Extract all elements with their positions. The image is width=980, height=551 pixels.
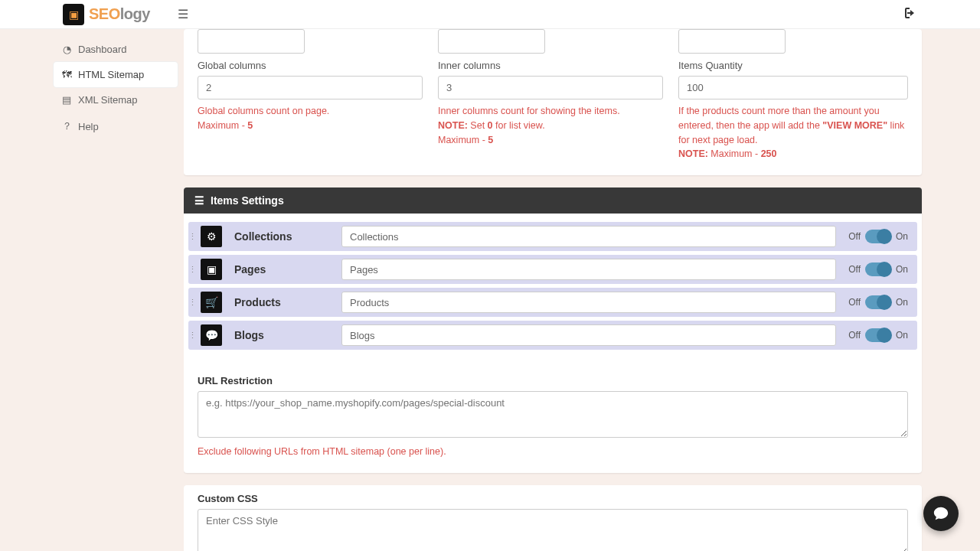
inner-columns-hint: Inner columns count for showing the item… [438,104,663,147]
drag-handle-icon[interactable]: ⋮ [188,298,196,308]
item-row: ⋮🛒ProductsOffOn [188,288,917,317]
toggle-on-label: On [896,264,908,275]
item-name-label: Products [227,296,341,308]
item-type-icon: 🛒 [201,292,222,313]
logo-text-seo: SEO [89,5,120,22]
items-quantity-label: Items Quantity [678,60,908,71]
item-toggle[interactable] [865,230,891,243]
toggle-on-label: On [896,297,908,308]
items-quantity-input[interactable] [678,76,908,99]
sidebar-item-xml-sitemap[interactable]: ▤XML Sitemap [54,87,178,112]
item-name-label: Blogs [227,329,341,341]
sidebar-item-label: Help [78,121,99,132]
item-row: ⋮⚙CollectionsOffOn [188,222,917,251]
sidebar-item-html-sitemap[interactable]: 🗺HTML Sitemap [54,62,178,87]
global-columns-hint: Global columns count on page. Maximum - … [198,104,423,133]
toggle-off-label: Off [848,231,861,242]
drag-handle-icon[interactable]: ⋮ [188,331,196,341]
logo-text-logy: logy [120,5,150,22]
chat-icon [933,505,949,522]
url-restriction-hint: Exclude following URLs from HTML sitemap… [198,445,908,459]
items-settings-title: Items Settings [211,194,284,207]
item-name-label: Collections [227,230,341,243]
item-row: ⋮💬BlogsOffOn [188,321,917,350]
sidebar-item-help[interactable]: ？Help [54,112,178,140]
url-restriction-textarea[interactable] [198,391,908,438]
toggle-off-label: Off [848,330,861,341]
global-columns-label: Global columns [198,60,423,71]
dashboard-icon: ◔ [61,44,72,55]
sidebar-item-label: Dashboard [78,44,127,55]
custom-css-textarea[interactable] [198,509,908,551]
item-type-icon: ⚙ [201,226,222,247]
inner-columns-input[interactable] [438,76,663,99]
item-type-icon: 💬 [201,324,222,346]
prior-input[interactable] [678,29,786,54]
global-columns-input[interactable] [198,76,423,99]
sitemap-icon: ▤ [61,94,72,106]
item-title-input[interactable] [341,292,836,313]
toggle-on-label: On [896,330,908,341]
drag-handle-icon[interactable]: ⋮ [188,232,196,242]
url-restriction-label: URL Restriction [198,375,908,386]
item-title-input[interactable] [341,259,836,280]
item-toggle[interactable] [865,262,891,276]
item-toggle[interactable] [865,295,891,309]
map-icon: 🗺 [61,69,72,80]
toggle-on-label: On [896,231,908,242]
list-icon: ☰ [194,194,204,207]
menu-toggle-icon[interactable]: ☰ [178,7,188,21]
sidebar-item-dashboard[interactable]: ◔Dashboard [54,37,178,62]
chat-fab[interactable] [923,496,959,531]
item-title-input[interactable] [341,226,836,247]
prior-input[interactable] [198,29,305,54]
item-name-label: Pages [227,263,341,276]
logout-icon[interactable] [902,8,914,21]
sidebar: ◔Dashboard 🗺HTML Sitemap ▤XML Sitemap ？H… [0,29,184,551]
item-row: ⋮▣PagesOffOn [188,255,917,284]
inner-columns-label: Inner columns [438,60,663,71]
sidebar-item-label: XML Sitemap [78,94,138,106]
drag-handle-icon[interactable]: ⋮ [188,265,196,275]
item-title-input[interactable] [341,324,836,346]
prior-input[interactable] [438,29,545,54]
custom-css-label: Custom CSS [198,493,908,504]
toggle-off-label: Off [848,264,861,275]
sidebar-item-label: HTML Sitemap [78,69,144,80]
logo-mark-icon: ▣ [63,4,84,25]
item-toggle[interactable] [865,328,891,342]
items-settings-header: ☰ Items Settings [184,187,922,214]
items-quantity-hint: If the products count more than the amou… [678,104,908,161]
app-logo: ▣ SEOlogy [63,4,150,25]
item-type-icon: ▣ [201,259,222,280]
toggle-off-label: Off [848,297,861,308]
help-icon: ？ [61,119,72,133]
